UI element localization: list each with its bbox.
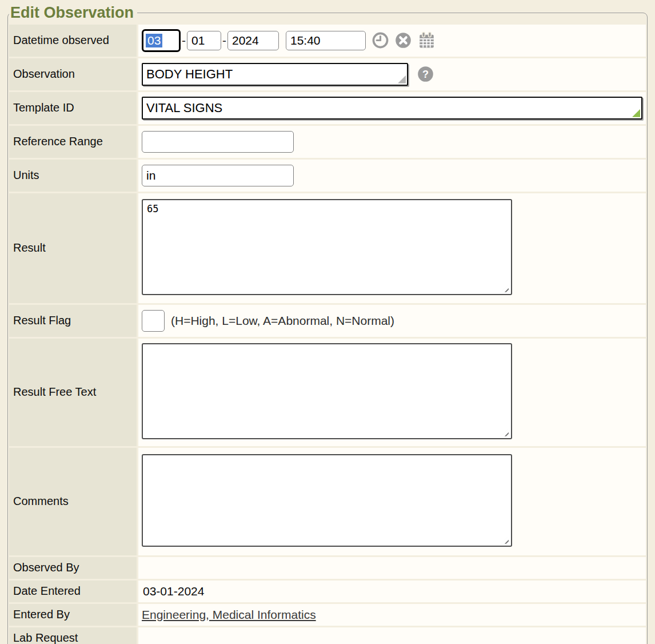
label-result: Result <box>9 193 137 303</box>
label-entered-by: Entered By <box>9 604 137 626</box>
template-id-input[interactable] <box>142 97 642 120</box>
label-comments: Comments <box>9 448 137 555</box>
datetime-observed-field: 03 - - <box>138 25 646 57</box>
template-id-field <box>138 92 646 124</box>
help-icon[interactable]: ? <box>417 66 434 82</box>
result-flag-input[interactable] <box>142 310 165 332</box>
comments-wrap <box>142 454 512 549</box>
label-lab-request: Lab Request <box>9 627 137 644</box>
date-separator: - <box>222 34 226 47</box>
date-separator: - <box>182 34 186 47</box>
page-title: Edit Observation <box>9 5 137 22</box>
month-selected-value: 03 <box>146 34 162 47</box>
reference-range-field <box>138 126 646 158</box>
comments-textarea[interactable] <box>142 454 512 547</box>
label-datetime-observed: Datetime observed <box>9 25 137 57</box>
observation-combo <box>142 63 408 86</box>
page: Edit Observation Datetime observed 03 - … <box>0 0 655 644</box>
units-field <box>138 160 646 192</box>
label-template-id: Template ID <box>9 92 137 124</box>
result-textarea-wrap: 65 <box>142 199 512 297</box>
label-observation: Observation <box>9 58 137 90</box>
label-result-free-text: Result Free Text <box>9 339 137 446</box>
svg-text:?: ? <box>422 69 429 80</box>
label-observed-by: Observed By <box>9 557 137 579</box>
day-input[interactable] <box>187 31 221 50</box>
result-flag-field: (H=High, L=Low, A=Abnormal, N=Normal) <box>138 305 646 337</box>
calendar-icon[interactable] <box>418 31 436 49</box>
label-reference-range: Reference Range <box>9 126 137 158</box>
entered-by-field: Engineering, Medical Informatics <box>138 604 646 626</box>
date-entered-field: 03-01-2024 <box>138 581 646 602</box>
observation-field: ? <box>138 58 646 90</box>
result-free-text-wrap <box>142 343 512 442</box>
clear-icon[interactable] <box>395 32 412 49</box>
result-textarea[interactable]: 65 <box>142 199 512 295</box>
entered-by-link[interactable]: Engineering, Medical Informatics <box>142 608 316 622</box>
units-input[interactable] <box>142 165 294 186</box>
label-date-entered: Date Entered <box>9 581 137 602</box>
year-input[interactable] <box>227 31 279 50</box>
label-units: Units <box>9 160 137 192</box>
clock-icon[interactable] <box>372 32 389 49</box>
result-flag-hint: (H=High, L=Low, A=Abnormal, N=Normal) <box>171 314 394 328</box>
observed-by-field <box>138 557 646 579</box>
month-input[interactable]: 03 <box>142 29 181 52</box>
result-free-text-field <box>138 339 646 446</box>
reference-range-input[interactable] <box>142 131 294 153</box>
result-field: 65 <box>138 193 646 303</box>
date-entered-value: 03-01-2024 <box>142 585 204 598</box>
lab-request-field <box>138 627 646 644</box>
template-id-combo <box>142 97 642 120</box>
time-input[interactable] <box>286 31 366 50</box>
observation-input[interactable] <box>142 63 408 86</box>
comments-field <box>138 448 646 555</box>
result-free-text-textarea[interactable] <box>142 343 512 439</box>
edit-observation-fieldset: Edit Observation Datetime observed 03 - … <box>7 5 648 644</box>
observation-form: Datetime observed 03 - - <box>9 25 646 644</box>
label-result-flag: Result Flag <box>9 305 137 337</box>
